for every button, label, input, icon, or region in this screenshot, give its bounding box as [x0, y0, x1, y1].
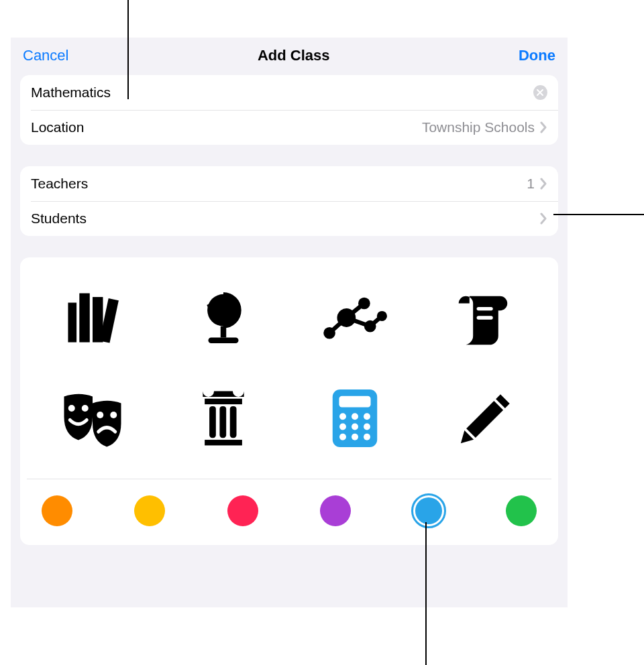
svg-point-35 [339, 434, 346, 440]
column-icon[interactable] [183, 385, 264, 452]
color-swatch-yellow[interactable] [134, 495, 165, 526]
class-icon-grid [20, 257, 558, 479]
svg-rect-6 [209, 338, 239, 343]
location-value: Township Schools [422, 119, 535, 135]
svg-rect-16 [477, 307, 493, 310]
svg-point-13 [358, 298, 370, 310]
svg-point-20 [97, 412, 103, 418]
class-name-row[interactable] [20, 75, 558, 110]
svg-point-15 [377, 311, 387, 321]
add-class-dialog: Cancel Add Class Done Location Township … [11, 38, 568, 607]
color-swatch-blue[interactable] [415, 497, 442, 524]
class-name-input[interactable] [31, 84, 525, 101]
cancel-button[interactable]: Cancel [23, 47, 68, 64]
svg-rect-1 [79, 293, 89, 342]
scroll-icon[interactable] [445, 284, 526, 351]
svg-point-14 [364, 320, 376, 332]
close-icon [536, 88, 544, 97]
dialog-title: Add Class [258, 47, 330, 64]
svg-rect-5 [221, 326, 226, 338]
svg-rect-25 [230, 406, 237, 438]
callout-line [127, 0, 129, 99]
svg-point-18 [68, 405, 75, 412]
svg-point-30 [352, 413, 358, 420]
books-icon[interactable] [52, 284, 133, 351]
svg-rect-28 [339, 396, 370, 408]
svg-point-12 [323, 327, 335, 339]
globe-icon[interactable] [183, 284, 264, 351]
teachers-count: 1 [527, 176, 535, 192]
svg-rect-17 [477, 316, 493, 319]
location-label: Location [31, 119, 84, 135]
chevron-right-icon [540, 213, 547, 225]
svg-point-19 [82, 405, 89, 412]
calculator-icon[interactable] [315, 385, 395, 452]
svg-rect-22 [205, 399, 242, 404]
dialog-header: Cancel Add Class Done [11, 38, 568, 75]
svg-rect-0 [68, 303, 76, 343]
name-location-group: Location Township Schools [20, 75, 558, 145]
students-row[interactable]: Students [20, 201, 558, 236]
done-button[interactable]: Done [519, 47, 555, 64]
svg-point-33 [352, 423, 358, 430]
svg-rect-23 [209, 406, 216, 438]
svg-rect-24 [220, 406, 227, 438]
svg-rect-26 [205, 440, 242, 445]
svg-point-31 [364, 413, 370, 420]
svg-point-11 [337, 308, 356, 327]
color-swatch-green[interactable] [506, 495, 537, 526]
teachers-label: Teachers [31, 176, 88, 192]
students-label: Students [31, 210, 87, 227]
svg-point-36 [352, 434, 358, 440]
color-swatch-pink[interactable] [227, 495, 258, 526]
svg-point-21 [110, 412, 117, 418]
color-swatch-row [20, 479, 558, 545]
masks-icon[interactable] [52, 385, 133, 452]
clear-text-button[interactable] [533, 85, 547, 100]
location-row[interactable]: Location Township Schools [20, 110, 558, 145]
color-swatch-orange[interactable] [42, 495, 72, 526]
icon-color-card [20, 257, 558, 545]
chevron-right-icon [540, 121, 547, 133]
molecule-icon[interactable] [315, 284, 395, 351]
svg-point-37 [364, 434, 370, 440]
people-group: Teachers 1 Students [20, 166, 558, 236]
svg-point-29 [339, 413, 346, 420]
callout-line [425, 522, 427, 665]
chevron-right-icon [540, 178, 547, 190]
svg-point-34 [364, 423, 370, 430]
pencil-icon[interactable] [445, 385, 526, 452]
teachers-row[interactable]: Teachers 1 [20, 166, 558, 201]
callout-line [553, 214, 644, 215]
svg-point-32 [339, 423, 346, 430]
color-swatch-purple[interactable] [320, 495, 351, 526]
